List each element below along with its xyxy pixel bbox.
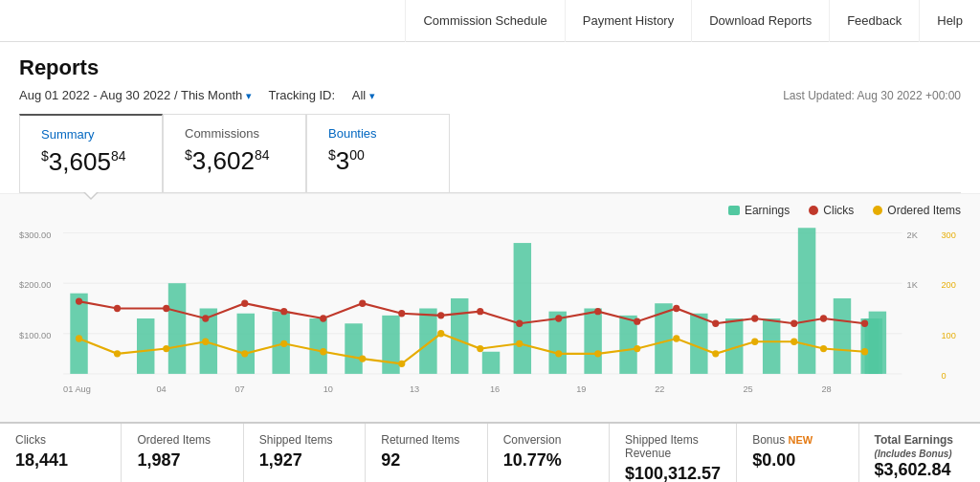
svg-text:13: 13: [410, 384, 419, 394]
shipped-items-label: Shipped Items: [259, 433, 349, 447]
svg-rect-23: [451, 298, 468, 374]
conversion-value: 10.77%: [503, 450, 593, 471]
bonus-value: $0.00: [752, 450, 842, 471]
nav-item-feedback[interactable]: Feedback: [829, 0, 919, 42]
svg-rect-27: [584, 308, 601, 373]
summary-cards: Summary $3,60584 Commissions $3,60284 Bo…: [19, 114, 961, 193]
chevron-down-icon[interactable]: ▾: [246, 90, 252, 101]
svg-rect-13: [70, 294, 87, 374]
clicks-legend-label: Clicks: [823, 204, 854, 217]
svg-rect-19: [309, 318, 326, 374]
svg-rect-21: [382, 316, 399, 374]
summary-card-commissions[interactable]: Commissions $3,60284: [163, 114, 306, 192]
returned-items-label: Returned Items: [381, 433, 471, 447]
svg-text:$200.00: $200.00: [19, 280, 51, 290]
svg-point-57: [820, 315, 827, 321]
chart-legend: Earnings Clicks Ordered Items: [19, 204, 961, 217]
svg-point-60: [114, 350, 121, 357]
svg-point-54: [712, 320, 719, 327]
svg-point-74: [673, 335, 679, 341]
total-earnings-sublabel: (Includes Bonus): [875, 449, 952, 459]
tracking-chevron-icon[interactable]: ▾: [369, 90, 375, 101]
last-updated: Last Updated: Aug 30 2022 +00:00: [783, 89, 961, 102]
earnings-legend-label: Earnings: [745, 204, 790, 217]
svg-point-79: [861, 348, 868, 355]
legend-clicks: Clicks: [809, 204, 854, 217]
nav-item-help[interactable]: Help: [919, 0, 980, 42]
chart-section: Earnings Clicks Ordered Items $300.00 $2…: [0, 193, 980, 422]
svg-point-52: [634, 318, 640, 324]
svg-rect-24: [482, 352, 500, 374]
svg-text:07: 07: [234, 384, 244, 394]
summary-card-summary[interactable]: Summary $3,60584: [19, 114, 163, 192]
svg-rect-20: [345, 323, 362, 374]
ordered-items-label: Ordered Items: [137, 433, 227, 447]
ordered-items-legend-label: Ordered Items: [887, 204, 961, 217]
svg-point-49: [516, 320, 523, 327]
svg-rect-32: [763, 318, 780, 374]
svg-text:$100.00: $100.00: [19, 331, 51, 340]
svg-point-46: [398, 310, 405, 317]
legend-ordered-items: Ordered Items: [873, 204, 961, 217]
svg-rect-15: [168, 283, 186, 374]
svg-point-56: [791, 320, 797, 327]
svg-point-39: [114, 305, 121, 312]
svg-point-72: [594, 350, 601, 357]
shipped-revenue-value: $100,312.57: [625, 464, 721, 482]
tracking-label: Tracking ID:: [269, 88, 339, 102]
chart-svg: $300.00 $200.00 $100.00 2K 1K 300 200 10…: [19, 223, 961, 414]
svg-text:25: 25: [743, 384, 752, 394]
svg-point-43: [280, 308, 287, 315]
svg-text:19: 19: [576, 384, 586, 394]
svg-rect-17: [237, 314, 255, 374]
stat-returned-items: Returned Items 92: [366, 424, 487, 482]
tracking-value-link[interactable]: All: [352, 88, 366, 102]
svg-point-62: [202, 339, 209, 345]
nav-item-payment-history[interactable]: Payment History: [565, 0, 691, 42]
bonus-label: Bonus NEW: [752, 433, 842, 447]
svg-text:100: 100: [942, 331, 956, 340]
nav-item-download-reports[interactable]: Download Reports: [691, 0, 829, 42]
ordered-items-legend-icon: [873, 206, 882, 215]
earnings-legend-icon: [728, 206, 740, 215]
legend-earnings: Earnings: [728, 204, 790, 217]
stat-shipped-revenue: Shipped Items Revenue $100,312.57: [610, 424, 737, 482]
stat-conversion: Conversion 10.77%: [488, 424, 610, 482]
commissions-card-title: Commissions: [185, 126, 284, 141]
stat-clicks: Clicks 18,441: [0, 424, 122, 482]
new-badge: NEW: [789, 434, 813, 446]
svg-point-48: [477, 308, 483, 315]
date-separator: /: [174, 88, 181, 102]
svg-text:$300.00: $300.00: [19, 230, 51, 240]
svg-point-41: [202, 315, 209, 321]
shipped-revenue-label: Shipped Items Revenue: [625, 433, 721, 460]
svg-point-71: [555, 350, 562, 357]
summary-card-bounties[interactable]: Bounties $300: [306, 114, 450, 192]
svg-point-68: [437, 330, 444, 337]
returned-items-value: 92: [381, 450, 471, 471]
svg-point-38: [76, 297, 82, 304]
svg-point-65: [320, 348, 326, 355]
svg-text:2K: 2K: [907, 230, 919, 240]
svg-point-59: [76, 335, 82, 341]
svg-point-67: [398, 361, 405, 367]
nav-item-commission-schedule[interactable]: Commission Schedule: [405, 0, 564, 42]
stat-total-earnings: Total Earnings (Includes Bonus) $3,602.8…: [859, 424, 980, 482]
svg-rect-28: [619, 316, 636, 374]
date-filter: Aug 01 2022 - Aug 30 2022 / This Month ▾…: [19, 88, 375, 102]
svg-rect-37: [860, 318, 878, 374]
date-row: Aug 01 2022 - Aug 30 2022 / This Month ▾…: [19, 88, 961, 102]
stat-shipped-items: Shipped Items 1,927: [244, 424, 366, 482]
this-month-link[interactable]: This Month: [181, 88, 242, 102]
chart-container: $300.00 $200.00 $100.00 2K 1K 300 200 10…: [19, 223, 961, 414]
svg-point-55: [751, 315, 758, 321]
summary-card-title: Summary: [41, 127, 141, 142]
conversion-label: Conversion: [503, 433, 593, 447]
svg-text:10: 10: [323, 384, 333, 394]
svg-point-70: [516, 340, 523, 347]
stat-bonus: Bonus NEW $0.00: [737, 424, 858, 482]
svg-point-66: [359, 355, 366, 362]
svg-text:28: 28: [821, 384, 831, 394]
total-earnings-label: Total Earnings (Includes Bonus): [875, 433, 965, 460]
svg-point-63: [241, 350, 248, 357]
